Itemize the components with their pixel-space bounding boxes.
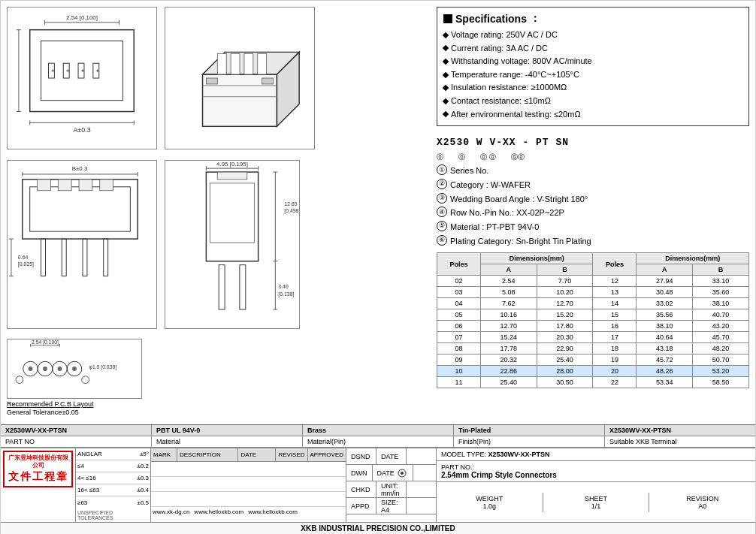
cn-stamp-text: 文件工程章 bbox=[7, 470, 69, 484]
table-row: 03 5.08 10.20 13 30.48 35.60 bbox=[437, 287, 749, 298]
table-row: 08 17.78 22.90 18 43.18 48.20 bbox=[437, 343, 749, 354]
svg-text:4.95 [0.195]: 4.95 [0.195] bbox=[216, 161, 248, 167]
poles2-cell: 16 bbox=[593, 321, 637, 332]
svg-text:φ1.0 [0.039]: φ1.0 [0.039] bbox=[89, 364, 116, 370]
b2-cell: 43.20 bbox=[693, 321, 749, 332]
chkd-row: CHKD UNIT: mm/in bbox=[346, 481, 436, 498]
table-row: 02 2.54 7.70 12 27.94 33.10 bbox=[437, 276, 749, 287]
poles2-cell: 17 bbox=[593, 332, 637, 343]
company-footer: XKB INDUSTRIAL PRECISION CO.,LIMITED bbox=[1, 522, 755, 534]
specifications-box: Specifications ： Voltage rating: 250V AC… bbox=[437, 7, 749, 126]
svg-text:2.54 [0.100]: 2.54 [0.100] bbox=[66, 14, 98, 21]
revised-header: REVISED bbox=[276, 448, 307, 461]
part-no-label-cell: PART NO bbox=[1, 436, 152, 447]
website-2: www.helloxkb.com bbox=[194, 508, 243, 515]
dim-col-a2: A bbox=[637, 264, 693, 276]
chkd-date-val bbox=[407, 481, 436, 497]
svg-point-85 bbox=[16, 376, 23, 384]
signatures-section: DSND DATE DWN DATE CHKD UNIT: mm/in bbox=[346, 448, 437, 522]
svg-text:[0.025]: [0.025] bbox=[18, 261, 34, 267]
a-cell: 12.70 bbox=[480, 321, 537, 332]
front-view-drawing: 2.54 [0.100] bbox=[7, 7, 157, 149]
tol3-row: 16< ≤63 ±0.4 bbox=[76, 484, 150, 496]
spec-title-icon bbox=[443, 14, 452, 23]
material-label-cell: Material bbox=[152, 436, 303, 447]
svg-rect-30 bbox=[244, 53, 253, 74]
spec-item-1: Voltage rating: 250V AC / DC bbox=[443, 29, 742, 42]
tolerances-section: ANGLAR ±5° ≤4 ±0.2 4< ≤16 ±0.3 16< ≤63 ±… bbox=[76, 448, 151, 522]
b-cell: 28.00 bbox=[537, 366, 593, 377]
spec-title: Specifications ： bbox=[443, 12, 742, 26]
suitable-cell: X2530WV-XX-PTSN bbox=[605, 425, 755, 436]
part-labels-table: PART NO Material Material(Pin) Finish(Pi… bbox=[1, 436, 755, 448]
svg-rect-62 bbox=[219, 265, 225, 309]
poles2-cell: 12 bbox=[593, 276, 637, 287]
bullet-2 bbox=[443, 45, 449, 51]
poles2-cell: 15 bbox=[593, 309, 637, 321]
footer-info-row: WEIGHT 1.0g SHEET 1/1 REVISION A0 bbox=[437, 482, 755, 522]
a-cell: 7.62 bbox=[480, 298, 537, 309]
a-cell: 17.78 bbox=[480, 343, 537, 354]
tol2-row: 4< ≤16 ±0.3 bbox=[76, 472, 150, 484]
poles2-cell: 20 bbox=[593, 366, 637, 377]
svg-rect-48 bbox=[83, 239, 87, 276]
cross-section-drawing: 4.95 [0.195] 12 bbox=[165, 160, 300, 329]
svg-rect-44 bbox=[79, 180, 92, 191]
svg-rect-35 bbox=[262, 78, 274, 84]
sheet-val: 1/1 bbox=[546, 502, 647, 510]
weight-label: WEIGHT bbox=[439, 495, 540, 502]
rev-row-1 bbox=[151, 462, 346, 477]
poles2-cell: 14 bbox=[593, 298, 637, 309]
svg-rect-45 bbox=[100, 180, 113, 191]
revision-label: REVISION bbox=[652, 495, 753, 502]
svg-rect-59 bbox=[206, 172, 258, 261]
stamp-section: 广东昱坤科技股份有限公司 文件工程章 bbox=[1, 448, 76, 522]
a2-cell: 43.18 bbox=[637, 343, 693, 354]
dim-col-b1: B bbox=[537, 264, 593, 276]
view-icon bbox=[396, 469, 408, 478]
sheet-cell: SHEET 1/1 bbox=[543, 493, 650, 512]
front-view-svg: 2.54 [0.100] bbox=[8, 8, 156, 149]
bullet-3 bbox=[443, 59, 449, 65]
svg-text:A±0.3: A±0.3 bbox=[73, 126, 90, 134]
bullet-1 bbox=[443, 32, 449, 38]
b-cell: 17.80 bbox=[537, 321, 593, 332]
bullet-5 bbox=[443, 85, 449, 91]
dim-col-a1: A bbox=[480, 264, 537, 276]
poles-cell: 03 bbox=[437, 287, 481, 298]
a-cell: 22.86 bbox=[480, 366, 537, 377]
svg-rect-31 bbox=[258, 53, 267, 74]
company-name-footer: XKB INDUSTRIAL PRECISION CO.,LIMITED bbox=[301, 524, 455, 532]
dwn-date-val bbox=[413, 465, 436, 481]
part-num-item-2: ② Category : W-WAFER bbox=[437, 178, 749, 192]
b-cell: 20.30 bbox=[537, 332, 593, 343]
b-cell: 15.20 bbox=[537, 309, 593, 321]
a-cell: 25.40 bbox=[480, 377, 537, 388]
brass-cell: Brass bbox=[303, 425, 454, 436]
poles2-cell: 18 bbox=[593, 343, 637, 354]
poles-cell: 09 bbox=[437, 354, 481, 366]
svg-rect-60 bbox=[217, 172, 247, 180]
part-num-item-5: ⑤ Material : PT-PBT 94V-0 bbox=[437, 220, 749, 234]
table-row: 10 22.86 28.00 20 48.26 53.20 bbox=[437, 366, 749, 377]
appd-date-val bbox=[407, 498, 436, 514]
model-type-val: X2530WV-XX-PTSN bbox=[488, 451, 550, 458]
svg-rect-42 bbox=[38, 180, 51, 191]
table-row: 07 15.24 20.30 17 40.64 45.70 bbox=[437, 332, 749, 343]
dim-col-dims2: Dimensions(mm) bbox=[637, 253, 749, 264]
b-cell: 7.70 bbox=[537, 276, 593, 287]
b2-cell: 40.70 bbox=[693, 309, 749, 321]
poles-cell: 10 bbox=[437, 366, 481, 377]
part-no-model-val: 2.54mm Crimp Style Connectors bbox=[441, 471, 557, 479]
rev-row-2 bbox=[151, 477, 346, 492]
sheet-label: SHEET bbox=[546, 495, 647, 502]
part-number-code: X2530 W V-XX - PT SN bbox=[437, 137, 749, 148]
tol4-row: ≥63 ±0.5 bbox=[76, 496, 150, 508]
svg-rect-46 bbox=[41, 239, 46, 276]
b2-cell: 38.10 bbox=[693, 298, 749, 309]
poles-cell: 07 bbox=[437, 332, 481, 343]
bullet-6 bbox=[443, 98, 449, 104]
spec-item-4: Temperature range: -40°C~+105°C bbox=[443, 68, 742, 82]
poles2-cell: 22 bbox=[593, 377, 637, 388]
a2-cell: 38.10 bbox=[637, 321, 693, 332]
